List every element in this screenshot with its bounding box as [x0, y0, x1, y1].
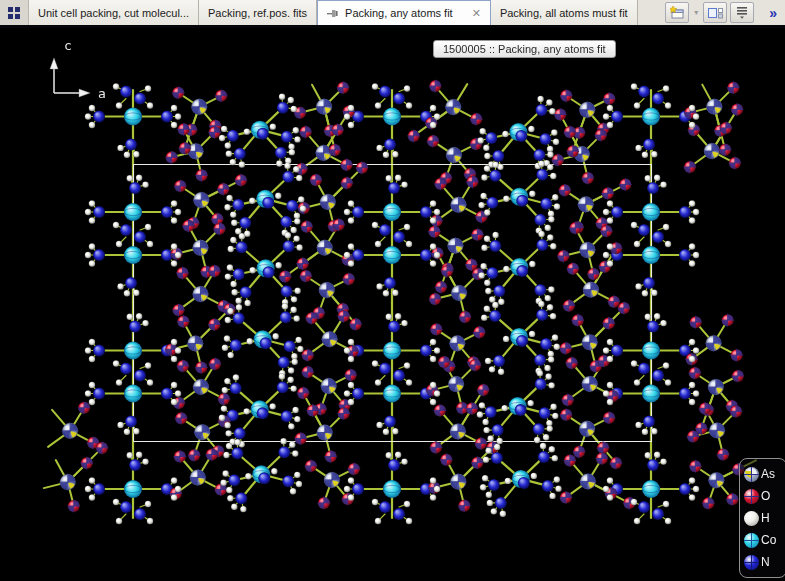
structure-viewport[interactable]: c a 1500005 :: Packing, any atoms fit As…: [0, 28, 785, 581]
tab-packing-any-atoms-fit[interactable]: Packing, any atoms fit✕: [317, 0, 491, 25]
grid-icon: [8, 7, 20, 19]
o-atom-icon: [744, 489, 759, 504]
tabs: Unit cell packing, cut molecul...Packing…: [29, 0, 638, 25]
tab-unit-cell-packing-cut-molecul[interactable]: Unit cell packing, cut molecul...: [29, 0, 199, 25]
tile-windows-icon: [708, 7, 723, 19]
n-atom-icon: [744, 555, 759, 570]
legend-label: As: [761, 467, 775, 481]
legend-label: Co: [761, 533, 776, 547]
orientation-axes: c a: [38, 36, 118, 106]
close-tab-icon[interactable]: ✕: [472, 7, 481, 20]
legend-item-as[interactable]: As: [744, 463, 785, 485]
split-view-button[interactable]: [703, 2, 727, 23]
tab-label: Packing, any atoms fit: [345, 7, 453, 19]
co-atom-icon: [744, 533, 759, 548]
axis-a-label: a: [98, 86, 106, 101]
legend-item-o[interactable]: O: [744, 485, 785, 507]
stack-list-icon: [736, 6, 748, 19]
legend-label: N: [761, 555, 770, 569]
new-window-icon: [670, 6, 684, 19]
legend-item-n[interactable]: N: [744, 551, 785, 573]
legend-item-co[interactable]: Co: [744, 529, 785, 551]
axis-c-label: c: [64, 38, 72, 53]
toolbar-actions: ▾ »: [665, 0, 785, 25]
axis-a-arrowhead: [79, 89, 90, 97]
legend-item-h[interactable]: H: [744, 507, 785, 529]
tab-overflow-button[interactable]: »: [769, 5, 777, 21]
arrange-list-button[interactable]: [730, 2, 754, 23]
h-atom-icon: [744, 511, 759, 526]
legend-label: O: [761, 489, 770, 503]
tab-label: Packing, ref.pos. fits: [208, 7, 307, 19]
tab-bar: Unit cell packing, cut molecul...Packing…: [0, 0, 785, 28]
tab-tooltip: 1500005 :: Packing, any atoms fit: [433, 40, 616, 58]
packing-structure-canvas[interactable]: [0, 28, 785, 581]
new-view-dropdown[interactable]: ▾: [692, 8, 700, 17]
axis-c-arrowhead: [50, 58, 58, 69]
tab-label: Packing, all atoms must fit: [500, 7, 628, 19]
tab-label: Unit cell packing, cut molecul...: [38, 7, 189, 19]
atom-legend: AsOHCoN: [739, 458, 785, 578]
tab-packing-ref-pos-fits[interactable]: Packing, ref.pos. fits: [199, 0, 317, 25]
as-atom-icon: [744, 467, 759, 482]
pin-icon: [327, 9, 340, 18]
tab-packing-all-atoms-must-fit[interactable]: Packing, all atoms must fit: [491, 0, 638, 25]
legend-label: H: [761, 511, 770, 525]
application-window: Unit cell packing, cut molecul...Packing…: [0, 0, 785, 581]
session-grid-button[interactable]: [0, 0, 29, 25]
new-view-button[interactable]: [665, 2, 689, 23]
